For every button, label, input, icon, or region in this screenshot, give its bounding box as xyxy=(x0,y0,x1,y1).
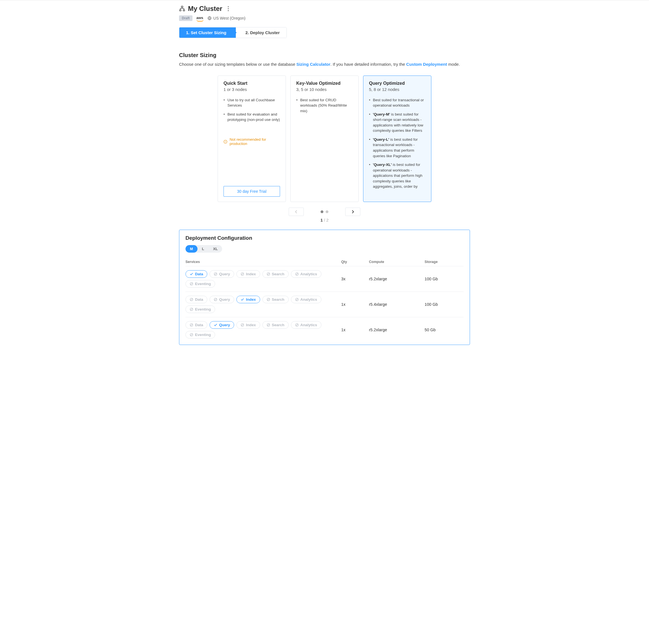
chip-label: Data xyxy=(195,297,203,302)
check-icon xyxy=(241,298,244,301)
free-trial-button[interactable]: 30 day Free Trial xyxy=(223,186,280,197)
dots-vertical-icon xyxy=(227,6,229,11)
region-text: US West (Oregon) xyxy=(213,16,246,20)
service-chip-eventing[interactable]: Eventing xyxy=(185,280,215,288)
cell-storage: 50 Gb xyxy=(425,317,464,342)
ban-icon xyxy=(190,307,193,311)
service-chip-query[interactable]: Query xyxy=(210,321,234,329)
draft-badge: Draft xyxy=(179,15,192,21)
provider-logo: aws xyxy=(197,16,203,21)
service-chip-data[interactable]: Data xyxy=(185,270,207,278)
pager-dots xyxy=(320,210,329,213)
chip-label: Analytics xyxy=(300,323,317,327)
service-chip-index[interactable]: Index xyxy=(236,321,260,329)
table-row: DataQueryIndexSearchAnalyticsEventing1xr… xyxy=(185,317,464,342)
step-set-sizing[interactable]: 1. Set Cluster Sizing xyxy=(179,28,236,38)
col-storage: Storage xyxy=(425,258,464,266)
page-count: 1 / 2 xyxy=(179,218,470,222)
service-chip-search[interactable]: Search xyxy=(262,296,289,303)
service-chip-analytics[interactable]: Analytics xyxy=(291,296,321,303)
col-compute: Compute xyxy=(369,258,425,266)
service-chip-query[interactable]: Query xyxy=(210,270,234,278)
chip-label: Index xyxy=(246,297,256,302)
step-deploy-cluster[interactable]: 2. Deploy Cluster xyxy=(236,28,287,38)
service-chip-analytics[interactable]: Analytics xyxy=(291,321,321,329)
service-chip-search[interactable]: Search xyxy=(262,321,289,329)
check-icon xyxy=(190,272,193,276)
card-title: Query Optimized xyxy=(369,81,426,86)
chip-label: Analytics xyxy=(300,272,317,276)
chip-label: Eventing xyxy=(195,333,211,337)
service-chip-data[interactable]: Data xyxy=(185,296,207,303)
wizard-steps: 1. Set Cluster Sizing 2. Deploy Cluster xyxy=(179,27,287,38)
chip-label: Query xyxy=(219,272,230,276)
col-services: Services xyxy=(185,258,341,266)
table-row: DataQueryIndexSearchAnalyticsEventing1xr… xyxy=(185,292,464,317)
card-title: Key-Value Optimized xyxy=(296,81,353,86)
list-item: 'Query-L' is best suited for transaction… xyxy=(369,137,426,159)
list-item: Best suited for CRUD workloads (50% Read… xyxy=(296,97,353,114)
service-chip-eventing[interactable]: Eventing xyxy=(185,331,215,339)
size-option-m[interactable]: M xyxy=(185,245,198,253)
cell-qty: 1x xyxy=(341,292,369,317)
chip-label: Search xyxy=(272,297,285,302)
region-label: US West (Oregon) xyxy=(207,16,246,20)
sizing-calculator-link[interactable]: Sizing Calculator xyxy=(296,62,330,67)
globe-icon xyxy=(207,16,212,20)
pager-prev-button[interactable] xyxy=(289,208,304,216)
service-chip-data[interactable]: Data xyxy=(185,321,207,329)
pager-dot[interactable] xyxy=(320,210,323,213)
cell-storage: 100 Gb xyxy=(425,292,464,317)
service-chip-index[interactable]: Index xyxy=(236,270,260,278)
ban-icon xyxy=(190,282,193,286)
ban-icon xyxy=(267,298,270,301)
cell-qty: 1x xyxy=(341,317,369,342)
list-item: Best suited for transactional or operati… xyxy=(369,97,426,108)
ban-icon xyxy=(190,333,193,337)
ban-icon xyxy=(267,323,270,327)
ban-icon xyxy=(295,298,299,301)
list-item: 'Query-M' is best suited for short-range… xyxy=(369,112,426,133)
ban-icon xyxy=(214,272,217,276)
cell-compute: r5.4xlarge xyxy=(369,292,425,317)
custom-deployment-link[interactable]: Custom Deployment xyxy=(406,62,447,67)
chevron-left-icon xyxy=(295,210,298,213)
table-row: DataQueryIndexSearchAnalyticsEventing3xr… xyxy=(185,266,464,292)
warning-text: Not recommended for production xyxy=(223,137,280,146)
svg-point-5 xyxy=(228,10,229,11)
service-chip-analytics[interactable]: Analytics xyxy=(291,270,321,278)
chip-label: Index xyxy=(246,272,256,276)
cluster-icon xyxy=(179,6,185,12)
cell-qty: 3x xyxy=(341,266,369,292)
svg-point-4 xyxy=(228,8,229,9)
size-option-l[interactable]: L xyxy=(198,245,209,253)
pager-dot[interactable] xyxy=(326,210,329,213)
card-quick-start[interactable]: Quick Start 1 or 3 nodes Use to try out … xyxy=(218,76,286,202)
more-options-button[interactable] xyxy=(225,5,231,12)
svg-rect-0 xyxy=(181,6,183,7)
svg-point-3 xyxy=(228,6,229,7)
pager-next-button[interactable] xyxy=(345,208,360,216)
service-chip-search[interactable]: Search xyxy=(262,270,289,278)
check-icon xyxy=(214,323,217,327)
card-kv-optimized[interactable]: Key-Value Optimized 3, 5 or 10 nodes Bes… xyxy=(290,76,359,202)
ban-icon xyxy=(190,323,193,327)
chip-label: Eventing xyxy=(195,282,211,286)
service-chip-index[interactable]: Index xyxy=(236,296,260,303)
ban-icon xyxy=(190,298,193,301)
service-chip-query[interactable]: Query xyxy=(210,296,234,303)
cell-compute: r5.2xlarge xyxy=(369,266,425,292)
service-chip-eventing[interactable]: Eventing xyxy=(185,305,215,313)
ban-icon xyxy=(295,272,299,276)
chip-label: Data xyxy=(195,323,203,327)
chip-label: Search xyxy=(272,272,285,276)
card-query-optimized[interactable]: Query Optimized 5, 8 or 12 nodes Best su… xyxy=(363,76,431,202)
chip-label: Eventing xyxy=(195,307,211,311)
chip-label: Search xyxy=(272,323,285,327)
list-item: 'Query-XL' is best suited for operationa… xyxy=(369,162,426,189)
cell-compute: r5.2xlarge xyxy=(369,317,425,342)
ban-icon xyxy=(267,272,270,276)
size-option-xl[interactable]: XL xyxy=(209,245,222,253)
list-item: Best suited for evaluation and prototypi… xyxy=(223,112,280,123)
page-title: My Cluster xyxy=(188,5,222,12)
